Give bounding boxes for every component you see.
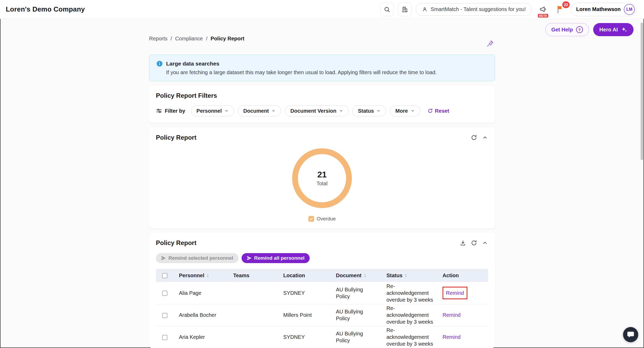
page-content: Reports / Compliance / Policy Report Lar… <box>149 19 495 348</box>
get-help-button[interactable]: Get Help ? <box>545 23 589 36</box>
select-cell <box>156 304 175 326</box>
hero-ai-label: Hero AI <box>599 27 618 33</box>
info-alert-header: Large data searches <box>156 60 488 67</box>
topbar: Loren's Demo Company SmartMatch - Talent… <box>0 0 644 19</box>
refresh-table-button[interactable] <box>471 240 477 246</box>
row-checkbox[interactable] <box>162 335 167 340</box>
column-label: Document <box>336 273 362 278</box>
notifications-button[interactable]: 22 <box>554 3 566 15</box>
filter-dropdown-label: Status <box>358 108 374 114</box>
chevron-up-icon <box>482 134 488 141</box>
column-header-personnel[interactable]: Personnel <box>175 269 229 282</box>
reset-filters-button[interactable]: Reset <box>428 108 449 114</box>
personnel-cell: Alia Page <box>175 282 229 304</box>
search-button[interactable] <box>380 3 394 16</box>
chevron-up-icon <box>482 240 488 246</box>
filter-dropdown-label: Document <box>243 108 269 114</box>
table-header-row: Personnel Teams Location Document Status… <box>156 269 488 282</box>
legend-swatch <box>308 216 314 222</box>
header-select-all-cell <box>156 269 175 282</box>
table-card-actions <box>460 240 488 246</box>
smartmatch-banner[interactable]: SmartMatch - Talent suggestions for you! <box>416 3 532 16</box>
breadcrumb-reports[interactable]: Reports <box>149 36 167 42</box>
legend-item-overdue[interactable]: Overdue <box>308 216 336 222</box>
legend-label: Overdue <box>317 216 336 222</box>
person-icon <box>422 7 428 12</box>
notification-count-badge: 22 <box>562 1 570 8</box>
info-alert: Large data searches If you are fetching … <box>149 55 495 81</box>
filter-dropdown-personnel[interactable]: Personnel <box>191 105 234 116</box>
filter-dropdown-document-version[interactable]: Document Version <box>285 105 349 116</box>
refresh-icon <box>471 240 477 246</box>
chart-card-header: Policy Report <box>156 134 488 142</box>
column-label: Location <box>283 273 305 278</box>
select-all-checkbox[interactable] <box>162 273 167 278</box>
sort-icon <box>404 273 408 278</box>
filter-dropdown-document[interactable]: Document <box>238 105 281 116</box>
remind-all-label: Remind all personnel <box>254 255 304 261</box>
filters-card-title: Policy Report Filters <box>156 92 488 100</box>
sparkle-icon <box>621 26 627 33</box>
status-cell: Re-acknowledgement overdue by 3 weeks <box>382 282 438 304</box>
company-name: Loren's Demo Company <box>6 5 85 13</box>
breadcrumb-current: Policy Report <box>211 36 244 42</box>
table-row: Aria Kepler SYDNEY AU Bullying Policy Re… <box>156 326 488 348</box>
teams-cell <box>229 326 279 348</box>
column-header-document[interactable]: Document <box>332 269 382 282</box>
chat-widget-button[interactable] <box>623 327 638 342</box>
filter-icon <box>156 108 162 114</box>
filter-dropdown-label: More <box>395 108 408 114</box>
filter-by-label: Filter by <box>165 108 185 114</box>
info-icon <box>156 60 163 67</box>
reset-label: Reset <box>435 108 449 114</box>
sort-icon <box>363 273 367 278</box>
remind-selected-button[interactable]: Remind selected personnel <box>156 253 238 263</box>
select-cell <box>156 326 175 348</box>
location-cell: SYDNEY <box>279 282 332 304</box>
column-header-action: Action <box>438 269 488 282</box>
alert-body: If you are fetching a large dataset this… <box>166 69 488 76</box>
hero-ai-button[interactable]: Hero AI <box>593 23 634 36</box>
collapse-chart-button[interactable] <box>482 134 488 141</box>
remind-link[interactable]: Remind <box>443 312 461 318</box>
breadcrumb-separator: / <box>206 36 208 42</box>
user-menu[interactable]: Loren Mathewson LM <box>571 3 637 16</box>
filter-dropdown-more[interactable]: More <box>390 105 420 116</box>
column-label: Status <box>386 273 402 278</box>
row-checkbox[interactable] <box>162 291 167 296</box>
chart-card-actions <box>471 134 488 141</box>
refresh-chart-button[interactable] <box>471 134 477 141</box>
organisations-button[interactable] <box>398 3 412 16</box>
refresh-icon <box>471 134 477 141</box>
column-header-status[interactable]: Status <box>382 269 438 282</box>
remind-link[interactable]: Remind <box>443 334 461 340</box>
filter-dropdown-status[interactable]: Status <box>352 105 386 116</box>
remind-link[interactable]: Remind <box>446 290 464 296</box>
beta-badge: BETA <box>538 14 548 18</box>
get-help-label: Get Help <box>551 27 573 33</box>
donut-chart: 21 Total <box>292 148 352 208</box>
donut-total-value: 21 <box>317 170 327 180</box>
avatar: LM <box>624 4 635 15</box>
personnel-cell: Arabella Bocher <box>175 304 229 326</box>
policy-report-filters-card: Policy Report Filters Filter by Personne… <box>149 85 495 123</box>
remind-all-button[interactable]: Remind all personnel <box>242 253 310 263</box>
download-icon <box>460 240 466 246</box>
policy-report-table-card: Policy Report Remind selected personnel … <box>149 233 495 348</box>
action-cell: Remind <box>438 282 488 304</box>
scrollbar-thumb[interactable] <box>641 23 643 160</box>
filter-dropdown-label: Document Version <box>290 108 336 114</box>
beta-feature-button[interactable]: BETA <box>536 2 550 17</box>
column-header-location: Location <box>279 269 332 282</box>
pin-icon <box>486 40 494 47</box>
column-label: Action <box>443 273 459 278</box>
sort-icon <box>206 273 210 278</box>
collapse-table-button[interactable] <box>482 240 488 246</box>
row-checkbox[interactable] <box>162 313 167 318</box>
chevron-down-icon <box>411 109 415 113</box>
table-card-header: Policy Report <box>156 239 488 247</box>
download-button[interactable] <box>460 240 466 246</box>
breadcrumb-compliance[interactable]: Compliance <box>175 36 203 42</box>
filter-dropdown-label: Personnel <box>197 108 222 114</box>
pin-report-button[interactable] <box>486 39 494 48</box>
